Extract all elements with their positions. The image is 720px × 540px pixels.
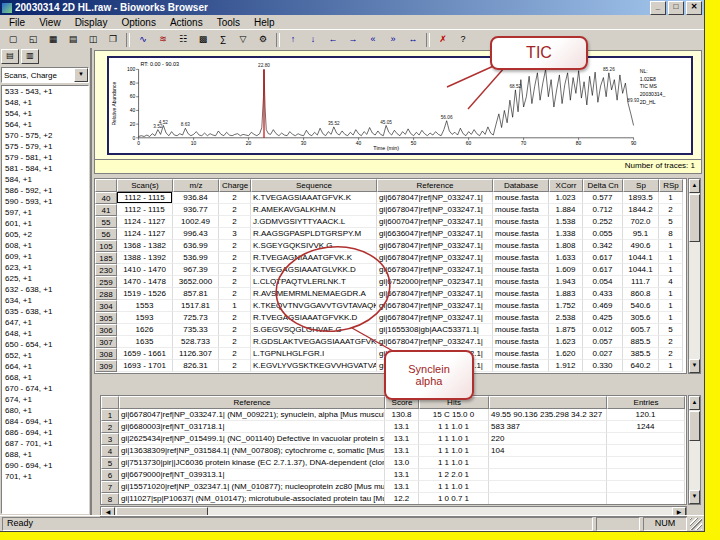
scan-list-item[interactable]: 680, +1 bbox=[2, 405, 88, 416]
scan-list-item[interactable]: 625, +1 bbox=[2, 273, 88, 284]
scan-list-item[interactable]: 686 - 694, +1 bbox=[2, 427, 88, 438]
help-button[interactable]: ? bbox=[453, 31, 473, 49]
table-row[interactable]: 7gi|15571020|ref|NP_032347.1| (NM_010877… bbox=[101, 481, 686, 493]
table-row[interactable]: 551124 - 11271002.492J.GDMVGSIYTTYAACK.L… bbox=[95, 216, 686, 228]
scan-list-item[interactable]: 701, +1 bbox=[2, 471, 88, 482]
scroll-thumb[interactable] bbox=[689, 194, 700, 242]
scroll-track[interactable] bbox=[689, 442, 700, 490]
table-row[interactable]: 3051593725.732R.TVEGAGSIAAATGFVKK.Dgi|66… bbox=[95, 312, 686, 324]
menu-view[interactable]: View bbox=[32, 17, 68, 28]
panel-tab-file-info[interactable]: ▤ bbox=[1, 49, 19, 64]
spectrum-chart-button[interactable]: ∿ bbox=[133, 31, 153, 49]
copy-button[interactable]: ❐ bbox=[103, 31, 123, 49]
nav-down-button[interactable]: ↓ bbox=[303, 31, 323, 49]
scan-list-item[interactable]: 570 - 575, +2 bbox=[2, 130, 88, 141]
column-header[interactable]: Charge bbox=[219, 179, 251, 192]
table-row[interactable]: 1851388 - 1392536.992R.TVEGAGNIAAATGFVK.… bbox=[95, 252, 686, 264]
scroll-thumb[interactable] bbox=[689, 411, 700, 441]
scan-list-item[interactable]: 648, +1 bbox=[2, 328, 88, 339]
scan-list-item[interactable]: 652, +1 bbox=[2, 350, 88, 361]
table-row[interactable]: 5gi|7513730|pir||JC6036 protein kinase (… bbox=[101, 457, 686, 469]
scan-list-item[interactable]: 584, +1 bbox=[2, 174, 88, 185]
table-view-button[interactable]: ☷ bbox=[173, 31, 193, 49]
scroll-up-icon[interactable]: ▲ bbox=[689, 179, 700, 193]
new-document-button[interactable]: ▢ bbox=[3, 31, 23, 49]
scan-list-item[interactable]: 635 - 638, +1 bbox=[2, 306, 88, 317]
menu-tools[interactable]: Tools bbox=[210, 17, 247, 28]
panel-tab-scans[interactable]: ▥ bbox=[21, 49, 39, 64]
menu-actions[interactable]: Actions bbox=[163, 17, 210, 28]
close-button[interactable]: ✕ bbox=[686, 1, 702, 15]
column-header[interactable]: m/z bbox=[173, 179, 219, 192]
open-file-button[interactable]: ◱ bbox=[23, 31, 43, 49]
chromatogram-chart-button[interactable]: ≋ bbox=[153, 31, 173, 49]
scan-list-item[interactable]: 632 - 638, +1 bbox=[2, 284, 88, 295]
save-file-button[interactable]: ▦ bbox=[43, 31, 63, 49]
table-row[interactable]: 30415531517.811K.TKEQVTNVGGAVVTGVTAVAQK.… bbox=[95, 300, 686, 312]
scan-list-item[interactable]: 664, +1 bbox=[2, 361, 88, 372]
filter-button[interactable]: ▽ bbox=[233, 31, 253, 49]
menu-display[interactable]: Display bbox=[68, 17, 115, 28]
minimize-button[interactable]: _ bbox=[650, 1, 666, 15]
scan-list-item[interactable]: 670 - 674, +1 bbox=[2, 383, 88, 394]
scan-list-item[interactable]: 590 - 593, +1 bbox=[2, 196, 88, 207]
column-header[interactable]: Entries bbox=[607, 396, 685, 409]
resize-grip[interactable] bbox=[690, 518, 702, 530]
scan-mode-dropdown[interactable]: Scans, Charge ▼ bbox=[1, 67, 89, 83]
print-preview-button[interactable]: ◫ bbox=[83, 31, 103, 49]
scan-list-item[interactable]: 597, +1 bbox=[2, 207, 88, 218]
table-row[interactable]: 2591470 - 14783652.0002L.CLQTPAQTVLERLNK… bbox=[95, 276, 686, 288]
table-row[interactable]: 3gi|2625434|ref|NP_015499.1| (NC_001140)… bbox=[101, 433, 686, 445]
table-row[interactable]: 1051368 - 1382636.992K.SGEYGQKSIVVK.Ggi|… bbox=[95, 240, 686, 252]
scan-list-item[interactable]: 687 - 701, +1 bbox=[2, 438, 88, 449]
table-row[interactable]: 2881519 - 1526857.812R.AVSMEMRMLNEMAEGDR… bbox=[95, 288, 686, 300]
tic-chart[interactable]: 01020304050607080900204060801003.524.528… bbox=[107, 56, 693, 155]
table-row[interactable]: 561124 - 1127996.433R.AAGSGPASPLDTGRSPY.… bbox=[95, 228, 686, 240]
print-button[interactable]: ▤ bbox=[63, 31, 83, 49]
column-header[interactable] bbox=[101, 396, 119, 409]
title-bar[interactable]: 20030314 2D HL.raw - Bioworks Browser _ … bbox=[0, 0, 704, 15]
table-row[interactable]: 3061626735.332S.GEGVSQGLGHVAE.Ggi|165530… bbox=[95, 324, 686, 336]
sum-button[interactable]: ∑ bbox=[213, 31, 233, 49]
scan-list-item[interactable]: 579 - 581, +1 bbox=[2, 152, 88, 163]
nav-left-button[interactable]: ← bbox=[323, 31, 343, 49]
scan-list-item[interactable]: 548, +1 bbox=[2, 97, 88, 108]
table-row[interactable]: 6gi|6679000|ref|NT_039313.1|13.11 2 2.0 … bbox=[101, 469, 686, 481]
scan-list-item[interactable]: 533 - 543, +1 bbox=[2, 86, 88, 97]
scan-list-item[interactable]: 564, +1 bbox=[2, 119, 88, 130]
scroll-down-icon[interactable]: ▼ bbox=[689, 359, 700, 373]
column-header[interactable]: XCorr bbox=[549, 179, 583, 192]
scan-list-item[interactable]: 634, +1 bbox=[2, 295, 88, 306]
maximize-button[interactable]: □ bbox=[668, 1, 684, 15]
table-row[interactable]: 4gi|13638309|ref|NP_031584.1| (NM_007808… bbox=[101, 445, 686, 457]
nav-right-button[interactable]: → bbox=[343, 31, 363, 49]
grid-view-button[interactable]: ▩ bbox=[193, 31, 213, 49]
scan-list-item[interactable]: 608, +1 bbox=[2, 240, 88, 251]
table-row[interactable]: 2301410 - 1470967.392K.TVEGAGSIAAATGLVKK… bbox=[95, 264, 686, 276]
menu-file[interactable]: File bbox=[2, 17, 32, 28]
scan-list-item[interactable]: 623, +1 bbox=[2, 262, 88, 273]
column-header[interactable]: Reference bbox=[377, 179, 493, 192]
table-row[interactable]: 411112 - 1115936.772R.AMEKAVGALKHM.Ngi|6… bbox=[95, 204, 686, 216]
nav-first-button[interactable]: « bbox=[363, 31, 383, 49]
scan-list-item[interactable]: 575 - 579, +1 bbox=[2, 141, 88, 152]
scan-list-item[interactable]: 690 - 694, +1 bbox=[2, 460, 88, 471]
chevron-down-icon[interactable]: ▼ bbox=[74, 68, 88, 82]
table-row[interactable]: 1gi|6678047|ref|NP_033247.1| (NM_009221)… bbox=[101, 409, 686, 421]
column-header[interactable]: RSp bbox=[659, 179, 683, 192]
scan-list-item[interactable]: 586 - 592, +1 bbox=[2, 185, 88, 196]
scroll-track[interactable] bbox=[689, 243, 700, 359]
table-row[interactable]: 3071635528.7332R.GDSLAKTVEGAGSIAAATGFVK.… bbox=[95, 336, 686, 348]
swap-button[interactable]: ↔ bbox=[403, 31, 423, 49]
scroll-up-icon[interactable]: ▲ bbox=[689, 396, 700, 410]
column-header[interactable] bbox=[489, 396, 607, 409]
scan-list-item[interactable]: 684 - 694, +1 bbox=[2, 416, 88, 427]
scan-list-item[interactable]: 581 - 584, +1 bbox=[2, 163, 88, 174]
scan-list-item[interactable]: 605, +2 bbox=[2, 229, 88, 240]
scan-list-item[interactable]: 609, +1 bbox=[2, 251, 88, 262]
scroll-down-icon[interactable]: ▼ bbox=[689, 490, 700, 504]
stop-button[interactable]: ✗ bbox=[433, 31, 453, 49]
scan-list-item[interactable]: 688, +1 bbox=[2, 449, 88, 460]
table-row[interactable]: 401112 - 1115936.842K.TVEGAGSIAAATGFVK.K… bbox=[95, 192, 686, 204]
scan-list-item[interactable]: 647, +1 bbox=[2, 317, 88, 328]
